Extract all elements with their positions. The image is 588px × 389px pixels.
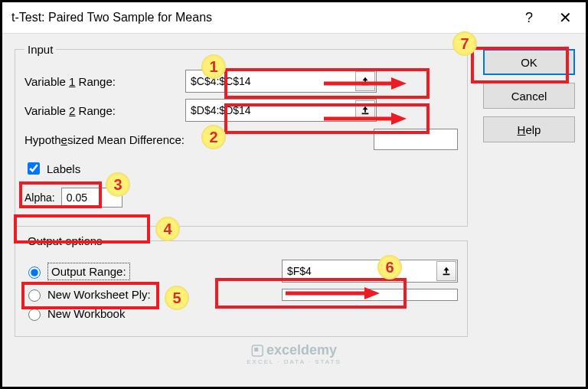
close-icon[interactable]: ✕ bbox=[554, 8, 577, 27]
var2-range-box bbox=[185, 99, 377, 122]
var1-label: Variable 1 Range: bbox=[24, 75, 185, 88]
callout-6: 6 bbox=[377, 255, 402, 279]
callout-7: 7 bbox=[452, 31, 477, 56]
alpha-label: Alpha: bbox=[24, 191, 55, 204]
new-worksheet-radio[interactable] bbox=[28, 289, 41, 302]
callout-1: 1 bbox=[201, 54, 226, 79]
var2-label: Variable 2 Range: bbox=[24, 104, 185, 117]
help-icon[interactable]: ? bbox=[525, 10, 533, 26]
callout-3: 3 bbox=[106, 172, 130, 197]
new-workbook-label: New Workbook bbox=[47, 307, 125, 320]
callout-2: 2 bbox=[201, 125, 226, 149]
hypo-label: Hypothesized Mean Difference: bbox=[24, 133, 374, 146]
labels-checkbox[interactable]: Labels bbox=[24, 160, 80, 177]
range-picker-icon[interactable] bbox=[355, 100, 375, 120]
svg-rect-1 bbox=[362, 113, 369, 115]
labels-checkbox-input[interactable] bbox=[28, 162, 40, 175]
svg-rect-10 bbox=[254, 348, 258, 351]
range-picker-icon[interactable] bbox=[436, 261, 456, 281]
hypo-input[interactable] bbox=[374, 129, 458, 150]
dialog-title: t-Test: Paired Two Sample for Means bbox=[11, 11, 525, 25]
output-legend: Output options bbox=[24, 234, 106, 247]
new-worksheet-label: New Worksheet Ply: bbox=[47, 288, 151, 301]
output-group: Output options Output Range: bbox=[15, 234, 468, 337]
output-range-box bbox=[282, 260, 458, 283]
input-group: Input Variable 1 Range: Variable 2 Ran bbox=[15, 43, 468, 227]
new-worksheet-input[interactable] bbox=[282, 289, 458, 301]
range-picker-icon[interactable] bbox=[355, 71, 375, 91]
title-bar: t-Test: Paired Two Sample for Means ? ✕ bbox=[2, 2, 586, 34]
output-range-radio[interactable] bbox=[28, 266, 41, 279]
new-workbook-radio[interactable] bbox=[28, 309, 41, 321]
ok-button[interactable]: OK bbox=[483, 49, 575, 75]
callout-4: 4 bbox=[155, 217, 180, 241]
svg-rect-2 bbox=[443, 274, 450, 276]
watermark: exceldemy EXCEL · DATA · STATS bbox=[247, 342, 341, 365]
var2-range-input[interactable] bbox=[186, 102, 354, 119]
input-legend: Input bbox=[24, 43, 56, 56]
cancel-button[interactable]: Cancel bbox=[483, 83, 575, 109]
output-range-label: Output Range: bbox=[47, 263, 130, 280]
help-button[interactable]: Help bbox=[483, 116, 575, 142]
output-range-input[interactable] bbox=[283, 265, 436, 277]
callout-5: 5 bbox=[165, 286, 189, 310]
svg-rect-0 bbox=[362, 84, 369, 86]
